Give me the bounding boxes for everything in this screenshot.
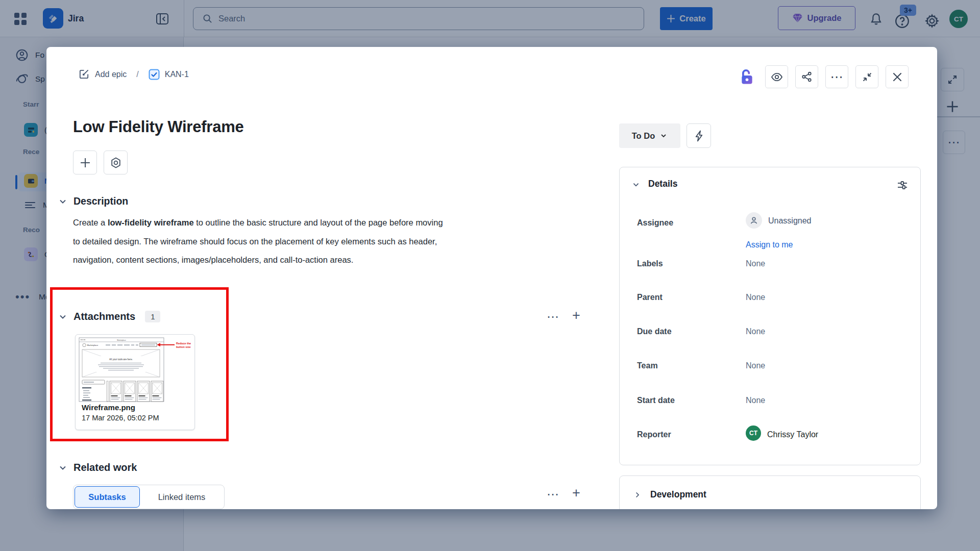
reporter-value[interactable]: Chrissy Taylor: [767, 430, 818, 439]
related-work-tabs: Subtasks Linked items: [73, 485, 225, 509]
tab-linked-items[interactable]: Linked items: [141, 486, 223, 508]
issue-title[interactable]: Low Fidelity Wireframe: [73, 118, 244, 136]
close-modal-button[interactable]: [886, 65, 909, 88]
related-work-heading: Related work: [74, 462, 137, 473]
field-label-due-date: Due date: [637, 327, 672, 336]
start-date-value[interactable]: None: [746, 396, 765, 405]
chevron-down-icon: [659, 132, 668, 140]
details-heading: Details: [648, 179, 677, 189]
details-panel: Details Assignee Unassigned Assign to me…: [619, 167, 921, 465]
issue-key-link[interactable]: KAN-1: [149, 69, 189, 80]
description-section-header: Description: [57, 195, 128, 207]
attachment-date: 17 Mar 2026, 05:02 PM: [82, 414, 159, 422]
attachments-more-button[interactable]: ⋯: [547, 310, 559, 323]
breadcrumb: Add epic / KAN-1: [78, 68, 189, 80]
status-dropdown[interactable]: To Do: [619, 123, 680, 148]
attachments-section-header: Attachments 1: [57, 311, 160, 322]
configure-fields-icon[interactable]: [897, 180, 908, 191]
chevron-down-icon[interactable]: [57, 311, 68, 322]
automation-lightning-button[interactable]: [687, 123, 711, 148]
add-epic-button[interactable]: Add epic: [78, 68, 127, 80]
field-label-labels: Labels: [637, 259, 663, 268]
assignee-value[interactable]: Unassigned: [768, 216, 812, 226]
task-type-icon: [149, 69, 160, 80]
wireframe-thumbnail: Marketplace Marketplace All your tools a…: [78, 336, 193, 403]
chevron-down-icon[interactable]: [57, 196, 68, 207]
issue-detail-modal: Add epic / KAN-1 ⋯ Low Fidelity Wirefram…: [46, 47, 937, 509]
chevron-right-icon: [633, 490, 642, 499]
field-label-team: Team: [637, 361, 658, 370]
field-label-start-date: Start date: [637, 396, 675, 405]
attachments-add-button[interactable]: +: [572, 309, 580, 322]
svg-text:Marketplace: Marketplace: [117, 339, 126, 341]
chevron-down-icon[interactable]: [57, 462, 68, 473]
development-heading: Development: [650, 489, 706, 500]
related-work-section-header: Related work: [57, 462, 137, 473]
related-work-more-button[interactable]: ⋯: [547, 488, 559, 501]
field-label-reporter: Reporter: [637, 430, 671, 439]
parent-value[interactable]: None: [746, 293, 765, 302]
attachments-count-badge: 1: [145, 311, 160, 322]
assign-to-me-link[interactable]: Assign to me: [746, 240, 793, 249]
unassigned-avatar-icon: [746, 212, 762, 229]
modal-header-actions: ⋯: [739, 65, 909, 88]
attachment-filename: Wireframe.png: [82, 403, 135, 412]
quick-add-row: [73, 151, 128, 174]
svg-text:All your tools are here.: All your tools are here.: [109, 358, 133, 361]
reporter-avatar: CT: [746, 425, 761, 441]
share-button[interactable]: [795, 65, 818, 88]
field-label-assignee: Assignee: [637, 218, 673, 228]
attachments-heading: Attachments: [74, 311, 135, 322]
tab-subtasks[interactable]: Subtasks: [75, 486, 140, 508]
svg-text:button size: button size: [176, 345, 190, 348]
collapse-modal-button[interactable]: [855, 65, 878, 88]
related-work-add-button[interactable]: +: [572, 486, 580, 499]
svg-text:Reduce the: Reduce the: [176, 342, 191, 345]
labels-value[interactable]: None: [746, 259, 765, 268]
unlocked-lock-icon[interactable]: [739, 68, 755, 85]
svg-text:Marketplace: Marketplace: [87, 344, 99, 346]
more-actions-button[interactable]: ⋯: [825, 65, 848, 88]
development-panel[interactable]: Development: [619, 475, 921, 509]
chevron-down-icon[interactable]: [631, 180, 641, 190]
watch-eye-button[interactable]: [765, 65, 788, 88]
add-content-button[interactable]: [73, 151, 97, 174]
description-heading: Description: [74, 195, 128, 207]
team-value[interactable]: None: [746, 361, 765, 370]
description-body[interactable]: Create a low-fidelity wireframe to outli…: [73, 213, 443, 269]
attachment-card[interactable]: Marketplace Marketplace All your tools a…: [75, 334, 195, 430]
field-label-parent: Parent: [637, 293, 663, 302]
edit-pencil-icon: [78, 68, 90, 80]
apps-hexagon-button[interactable]: [104, 151, 128, 174]
jira-app: Jira Search Create Upgrade 3+: [0, 0, 980, 551]
due-date-value[interactable]: None: [746, 327, 765, 336]
breadcrumb-separator: /: [133, 70, 141, 79]
